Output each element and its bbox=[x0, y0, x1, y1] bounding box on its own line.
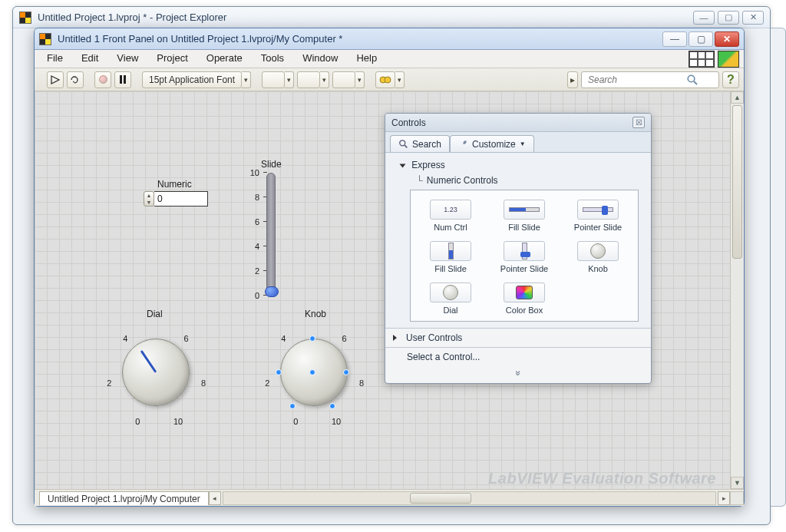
menu-edit[interactable]: Edit bbox=[72, 50, 107, 68]
explorer-titlebar[interactable]: Untitled Project 1.lvproj * - Project Ex… bbox=[13, 7, 770, 28]
numeric-label: Numeric bbox=[157, 179, 192, 190]
fp-min-button[interactable]: — bbox=[662, 31, 687, 47]
chevron-down-icon bbox=[400, 164, 406, 167]
hscroll-right[interactable]: ▸ bbox=[718, 491, 730, 505]
align-objects-button[interactable] bbox=[262, 71, 285, 88]
background-window-edge bbox=[771, 28, 786, 507]
selection-handle[interactable] bbox=[309, 369, 315, 375]
explorer-min-button[interactable]: — bbox=[693, 11, 715, 25]
menu-operate[interactable]: Operate bbox=[197, 50, 252, 68]
fp-max-button[interactable]: ▢ bbox=[689, 31, 713, 47]
palette-item-dial[interactable]: Dial bbox=[414, 279, 487, 318]
slide-track[interactable] bbox=[266, 173, 276, 296]
align-dropdown[interactable]: ▾ bbox=[285, 71, 294, 88]
resize-objects-button[interactable] bbox=[332, 71, 355, 88]
scroll-corner bbox=[730, 491, 744, 505]
run-button[interactable] bbox=[47, 71, 64, 88]
distribute-dropdown[interactable]: ▾ bbox=[320, 71, 329, 88]
distribute-objects-button[interactable] bbox=[297, 71, 320, 88]
slide-thumb[interactable] bbox=[265, 286, 279, 297]
scroll-up-button[interactable]: ▲ bbox=[731, 91, 744, 104]
palette-item-pointer-slide-h[interactable]: Pointer Slide bbox=[561, 197, 635, 235]
fp-titlebar[interactable]: Untitled 1 Front Panel on Untitled Proje… bbox=[35, 28, 744, 50]
navigation-grid-icon[interactable] bbox=[689, 51, 715, 68]
dial-control[interactable]: 0 2 4 6 8 10 bbox=[105, 320, 206, 421]
palette-customize-tab[interactable]: Customize▼ bbox=[450, 135, 534, 152]
scroll-down-button[interactable]: ▼ bbox=[731, 477, 744, 489]
font-dropdown[interactable]: ▾ bbox=[242, 71, 251, 88]
chevron-right-icon bbox=[393, 335, 397, 341]
palette-item-knob[interactable]: Knob bbox=[561, 238, 635, 276]
palette-item-pointer-slide-v[interactable]: Pointer Slide bbox=[487, 238, 561, 276]
watermark: LabVIEW Evaluation Software bbox=[488, 470, 716, 487]
slide-scale: 10 8 6 4 2 0 bbox=[243, 173, 262, 296]
run-continuous-button[interactable] bbox=[67, 71, 84, 88]
menu-project[interactable]: Project bbox=[147, 50, 196, 68]
controls-palette[interactable]: Controls ☒ Search Customize▼ bbox=[385, 113, 652, 384]
numeric-value[interactable]: 0 bbox=[154, 191, 208, 207]
abort-button[interactable] bbox=[94, 71, 111, 88]
document-tab[interactable]: Untitled Project 1.lvproj/My Computer bbox=[39, 491, 209, 505]
menu-view[interactable]: View bbox=[107, 50, 147, 68]
font-selector[interactable]: 15pt Application Font bbox=[142, 71, 242, 88]
slide-label: Slide bbox=[261, 159, 282, 170]
reorder-dropdown[interactable]: ▾ bbox=[395, 71, 405, 88]
explorer-max-button[interactable]: ▢ bbox=[718, 11, 739, 25]
menu-help[interactable]: Help bbox=[347, 50, 386, 68]
explorer-title: Untitled Project 1.lvproj * - Project Ex… bbox=[38, 12, 687, 23]
resize-dropdown[interactable]: ▾ bbox=[355, 71, 365, 88]
horizontal-scrollbar[interactable] bbox=[223, 491, 716, 505]
search-icon bbox=[398, 139, 408, 149]
palette-item-num-ctrl[interactable]: 1.23Num Ctrl bbox=[414, 197, 487, 235]
pause-button[interactable] bbox=[114, 71, 131, 88]
menu-window[interactable]: Window bbox=[293, 50, 347, 68]
scroll-thumb[interactable] bbox=[732, 105, 742, 259]
menu-file[interactable]: File bbox=[38, 50, 72, 68]
reorder-button[interactable] bbox=[375, 71, 395, 88]
search-box[interactable] bbox=[581, 71, 719, 88]
palette-pin-button[interactable]: ☒ bbox=[632, 117, 645, 128]
dial-face[interactable] bbox=[122, 339, 190, 406]
palette-item-fill-slide-v[interactable]: Fill Slide bbox=[414, 238, 487, 276]
selection-handle[interactable] bbox=[309, 335, 315, 342]
front-panel-window: Untitled 1 Front Panel on Untitled Proje… bbox=[34, 28, 745, 507]
tree-numeric-controls[interactable]: └ Numeric Controls bbox=[393, 173, 643, 188]
palette-item-fill-slide-h[interactable]: Fill Slide bbox=[487, 197, 561, 235]
search-nav-button[interactable]: ▸ bbox=[567, 71, 578, 88]
select-a-control[interactable]: Select a Control... bbox=[385, 347, 651, 366]
tree-user-controls[interactable]: User Controls bbox=[385, 328, 651, 347]
hscroll-thumb[interactable] bbox=[410, 493, 471, 504]
selection-handle[interactable] bbox=[289, 403, 296, 409]
menu-tools[interactable]: Tools bbox=[252, 50, 293, 68]
tree-express[interactable]: Express bbox=[393, 157, 643, 173]
numeric-spinner[interactable]: ▲▼ bbox=[144, 191, 154, 207]
vertical-scrollbar[interactable]: ▲ ▼ bbox=[730, 91, 744, 489]
fp-close-button[interactable]: ✕ bbox=[715, 31, 739, 47]
explorer-close-button[interactable]: ✕ bbox=[742, 11, 764, 25]
hscroll-left[interactable]: ◂ bbox=[209, 491, 221, 505]
slide-control[interactable]: 10 8 6 4 2 0 bbox=[243, 173, 276, 296]
numeric-control[interactable]: ▲▼ 0 bbox=[144, 191, 208, 207]
dial-label: Dial bbox=[147, 309, 163, 319]
selection-handle[interactable] bbox=[276, 369, 282, 375]
knob-control[interactable]: 0 2 4 6 8 10 bbox=[263, 320, 365, 421]
context-help-button[interactable]: ? bbox=[722, 71, 739, 88]
menubar: File Edit View Project Operate Tools Win… bbox=[35, 50, 744, 68]
search-input[interactable] bbox=[586, 74, 686, 86]
selection-handle[interactable] bbox=[343, 369, 349, 375]
front-panel-canvas[interactable]: Numeric ▲▼ 0 Slide 10 8 6 4 2 0 bbox=[35, 91, 730, 489]
svg-point-4 bbox=[400, 140, 405, 146]
vi-icon[interactable] bbox=[718, 51, 739, 68]
palette-titlebar[interactable]: Controls ☒ bbox=[385, 114, 651, 132]
labview-icon bbox=[19, 12, 31, 24]
document-tabstrip: Untitled Project 1.lvproj/My Computer ◂ … bbox=[35, 489, 744, 506]
palette-more[interactable]: » bbox=[385, 366, 651, 383]
svg-line-5 bbox=[405, 145, 407, 147]
labview-icon bbox=[39, 33, 51, 45]
palette-item-color-box[interactable]: Color Box bbox=[487, 279, 561, 318]
wrench-icon bbox=[458, 139, 468, 149]
selection-handle[interactable] bbox=[329, 403, 335, 409]
toolbar: 15pt Application Font ▾ ▾ ▾ ▾ ▾ ▸ bbox=[35, 68, 744, 91]
palette-search-tab[interactable]: Search bbox=[390, 135, 450, 152]
palette-title: Controls bbox=[391, 117, 632, 128]
